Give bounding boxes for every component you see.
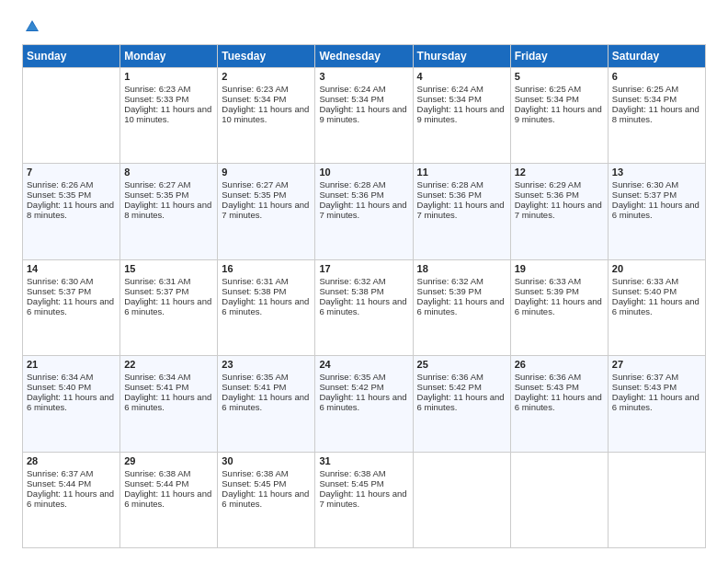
sunrise-text: Sunrise: 6:33 AM [515, 276, 604, 286]
sunrise-text: Sunrise: 6:24 AM [319, 84, 408, 94]
daylight-text: Daylight: 11 hours and 6 minutes. [612, 392, 701, 412]
daylight-text: Daylight: 11 hours and 10 minutes. [222, 104, 311, 124]
sunset-text: Sunset: 5:37 PM [27, 286, 116, 296]
day-number: 11 [417, 167, 506, 178]
sunrise-text: Sunrise: 6:28 AM [319, 179, 408, 190]
sunrise-text: Sunrise: 6:30 AM [27, 276, 116, 286]
daylight-text: Daylight: 11 hours and 6 minutes. [222, 296, 311, 316]
calendar-cell: 24Sunrise: 6:35 AMSunset: 5:42 PMDayligh… [315, 356, 413, 452]
daylight-text: Daylight: 11 hours and 8 minutes. [124, 200, 213, 220]
daylight-text: Daylight: 11 hours and 6 minutes. [27, 392, 116, 412]
sunset-text: Sunset: 5:34 PM [222, 94, 311, 104]
calendar-cell: 10Sunrise: 6:28 AMSunset: 5:36 PMDayligh… [315, 164, 413, 259]
sunset-text: Sunset: 5:33 PM [124, 94, 213, 104]
day-number: 24 [319, 359, 408, 370]
sunrise-text: Sunrise: 6:35 AM [319, 372, 408, 382]
sunset-text: Sunset: 5:37 PM [124, 286, 213, 296]
daylight-text: Daylight: 11 hours and 6 minutes. [319, 296, 408, 316]
col-header-thursday: Thursday [413, 45, 510, 68]
calendar-cell [510, 452, 608, 547]
sunrise-text: Sunrise: 6:24 AM [417, 84, 506, 94]
daylight-text: Daylight: 11 hours and 7 minutes. [319, 200, 408, 220]
sunrise-text: Sunrise: 6:25 AM [612, 84, 701, 94]
calendar-week-1: 7Sunrise: 6:26 AMSunset: 5:35 PMDaylight… [23, 164, 706, 259]
day-number: 7 [27, 167, 116, 178]
day-number: 26 [515, 359, 604, 370]
sunrise-text: Sunrise: 6:31 AM [124, 276, 213, 286]
sunset-text: Sunset: 5:43 PM [515, 382, 604, 392]
sunrise-text: Sunrise: 6:34 AM [27, 372, 116, 382]
calendar-cell: 30Sunrise: 6:38 AMSunset: 5:45 PMDayligh… [218, 452, 315, 547]
calendar-cell: 22Sunrise: 6:34 AMSunset: 5:41 PMDayligh… [120, 356, 218, 452]
sunset-text: Sunset: 5:34 PM [612, 94, 701, 104]
daylight-text: Daylight: 11 hours and 6 minutes. [27, 488, 116, 509]
sunset-text: Sunset: 5:34 PM [319, 94, 408, 104]
sunset-text: Sunset: 5:37 PM [612, 190, 701, 200]
daylight-text: Daylight: 11 hours and 6 minutes. [515, 392, 604, 412]
calendar-cell: 21Sunrise: 6:34 AMSunset: 5:40 PMDayligh… [23, 356, 120, 452]
calendar-cell [608, 452, 705, 547]
daylight-text: Daylight: 11 hours and 7 minutes. [417, 200, 506, 220]
daylight-text: Daylight: 11 hours and 6 minutes. [124, 392, 213, 412]
sunset-text: Sunset: 5:34 PM [515, 94, 604, 104]
sunset-text: Sunset: 5:40 PM [27, 382, 116, 392]
day-number: 21 [27, 359, 116, 370]
daylight-text: Daylight: 11 hours and 6 minutes. [612, 200, 701, 220]
day-number: 22 [124, 359, 213, 370]
day-number: 28 [27, 455, 116, 466]
daylight-text: Daylight: 11 hours and 9 minutes. [417, 104, 506, 124]
calendar-week-0: 1Sunrise: 6:23 AMSunset: 5:33 PMDaylight… [23, 68, 706, 164]
day-number: 29 [124, 455, 213, 466]
day-number: 18 [417, 263, 506, 274]
day-number: 9 [222, 167, 311, 178]
sunrise-text: Sunrise: 6:36 AM [417, 372, 506, 382]
calendar-cell: 3Sunrise: 6:24 AMSunset: 5:34 PMDaylight… [315, 68, 413, 164]
sunrise-text: Sunrise: 6:23 AM [124, 84, 213, 94]
day-number: 4 [417, 71, 506, 82]
calendar-table: SundayMondayTuesdayWednesdayThursdayFrid… [22, 44, 706, 548]
calendar-week-4: 28Sunrise: 6:37 AMSunset: 5:44 PMDayligh… [23, 452, 706, 547]
calendar-cell: 18Sunrise: 6:32 AMSunset: 5:39 PMDayligh… [413, 259, 510, 355]
sunrise-text: Sunrise: 6:28 AM [417, 179, 506, 190]
calendar-cell: 1Sunrise: 6:23 AMSunset: 5:33 PMDaylight… [120, 68, 218, 164]
sunrise-text: Sunrise: 6:35 AM [222, 372, 311, 382]
sunrise-text: Sunrise: 6:32 AM [417, 276, 506, 286]
calendar-cell: 5Sunrise: 6:25 AMSunset: 5:34 PMDaylight… [510, 68, 608, 164]
calendar-cell: 31Sunrise: 6:38 AMSunset: 5:45 PMDayligh… [315, 452, 413, 547]
col-header-wednesday: Wednesday [315, 45, 413, 68]
day-number: 31 [319, 455, 408, 466]
daylight-text: Daylight: 11 hours and 6 minutes. [124, 488, 213, 509]
day-number: 27 [612, 359, 701, 370]
sunset-text: Sunset: 5:36 PM [417, 190, 506, 200]
calendar-cell: 17Sunrise: 6:32 AMSunset: 5:38 PMDayligh… [315, 259, 413, 355]
day-number: 14 [27, 263, 116, 274]
calendar-cell: 4Sunrise: 6:24 AMSunset: 5:34 PMDaylight… [413, 68, 510, 164]
sunset-text: Sunset: 5:35 PM [222, 190, 311, 200]
daylight-text: Daylight: 11 hours and 6 minutes. [515, 296, 604, 316]
calendar-cell [23, 68, 120, 164]
col-header-monday: Monday [120, 45, 218, 68]
calendar-cell: 9Sunrise: 6:27 AMSunset: 5:35 PMDaylight… [218, 164, 315, 259]
day-number: 19 [515, 263, 604, 274]
sunset-text: Sunset: 5:45 PM [319, 478, 408, 488]
sunset-text: Sunset: 5:42 PM [319, 382, 408, 392]
sunrise-text: Sunrise: 6:37 AM [612, 372, 701, 382]
sunset-text: Sunset: 5:38 PM [222, 286, 311, 296]
sunrise-text: Sunrise: 6:23 AM [222, 84, 311, 94]
daylight-text: Daylight: 11 hours and 6 minutes. [27, 296, 116, 316]
daylight-text: Daylight: 11 hours and 7 minutes. [319, 488, 408, 509]
sunrise-text: Sunrise: 6:29 AM [515, 179, 604, 190]
sunrise-text: Sunrise: 6:34 AM [124, 372, 213, 382]
daylight-text: Daylight: 11 hours and 9 minutes. [515, 104, 604, 124]
daylight-text: Daylight: 11 hours and 8 minutes. [27, 200, 116, 220]
calendar-cell: 26Sunrise: 6:36 AMSunset: 5:43 PMDayligh… [510, 356, 608, 452]
daylight-text: Daylight: 11 hours and 6 minutes. [222, 392, 311, 412]
calendar-cell: 6Sunrise: 6:25 AMSunset: 5:34 PMDaylight… [608, 68, 705, 164]
calendar-header-row: SundayMondayTuesdayWednesdayThursdayFrid… [23, 45, 706, 68]
day-number: 13 [612, 167, 701, 178]
daylight-text: Daylight: 11 hours and 6 minutes. [319, 392, 408, 412]
day-number: 15 [124, 263, 213, 274]
page: SundayMondayTuesdayWednesdayThursdayFrid… [0, 0, 728, 563]
day-number: 25 [417, 359, 506, 370]
col-header-tuesday: Tuesday [218, 45, 315, 68]
